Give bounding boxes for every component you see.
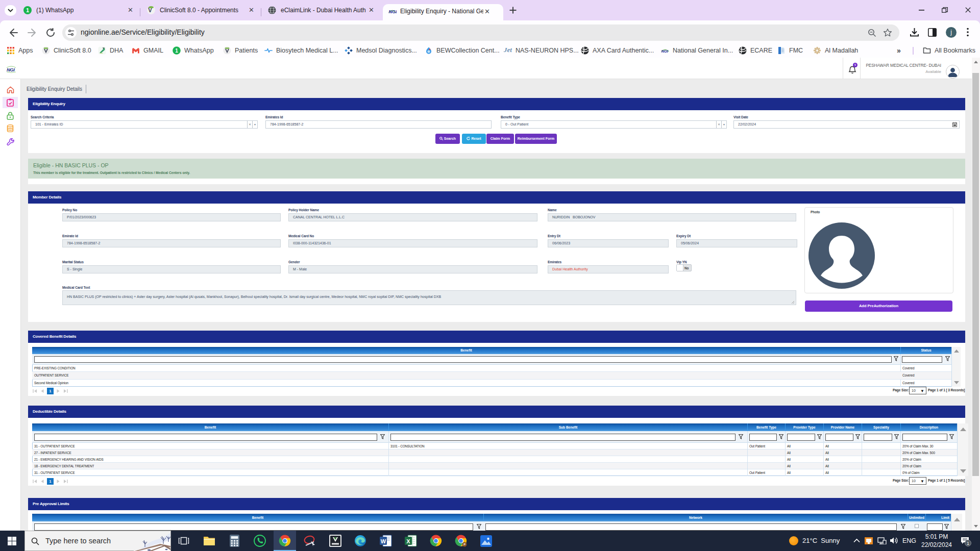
svg-text:X: X: [406, 538, 410, 544]
svg-text:NGI: NGI: [662, 49, 669, 54]
svg-text:1: 1: [175, 48, 178, 54]
svg-text:NGI: NGI: [388, 9, 397, 14]
svg-text:P: P: [463, 543, 465, 546]
svg-text:W: W: [381, 538, 386, 544]
svg-text:NGI: NGI: [7, 67, 15, 72]
